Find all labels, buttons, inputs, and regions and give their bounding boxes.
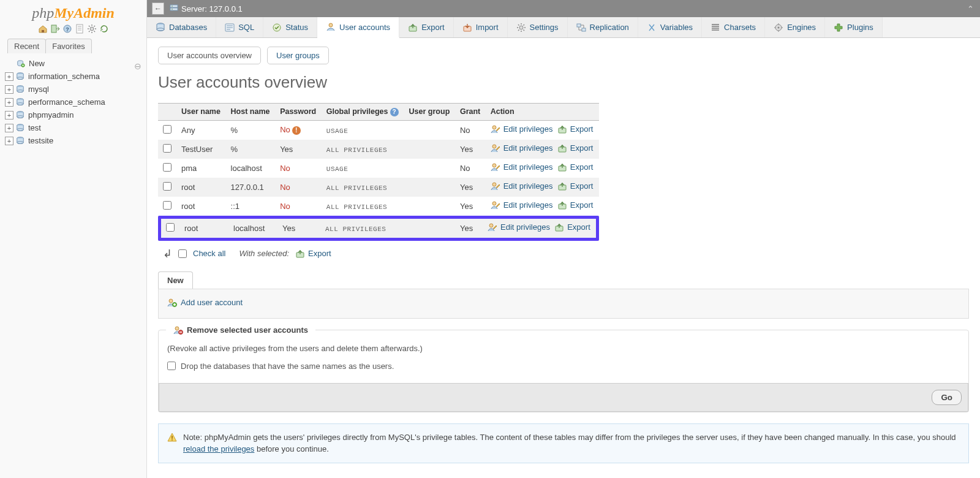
warning-icon bbox=[167, 433, 177, 442]
menu-databases[interactable]: Databases bbox=[147, 17, 216, 37]
menu-sql[interactable]: SQL bbox=[216, 17, 263, 37]
tree-db-item[interactable]: +performance_schema bbox=[5, 96, 141, 108]
collapse-icon[interactable]: ⊖ bbox=[134, 61, 141, 71]
user-edit-icon bbox=[488, 222, 497, 232]
tree-db-item[interactable]: +test bbox=[5, 121, 141, 134]
cell-action: Edit privileges Export bbox=[486, 178, 599, 197]
export-icon bbox=[554, 222, 564, 232]
menu-variables[interactable]: Variables bbox=[638, 17, 702, 37]
subtab-groups[interactable]: User groups bbox=[267, 47, 329, 64]
expand-icon[interactable]: + bbox=[5, 85, 13, 94]
export-user-link[interactable]: Export bbox=[557, 200, 594, 210]
cell-password: No bbox=[275, 178, 322, 197]
table-row: Any%No!USAGENoEdit privileges Export bbox=[158, 120, 599, 140]
edit-privileges-link[interactable]: Edit privileges bbox=[491, 143, 553, 153]
cell-password: No bbox=[275, 159, 322, 178]
cell-user: Any bbox=[176, 120, 226, 140]
cell-group bbox=[409, 219, 455, 238]
edit-privileges-link[interactable]: Edit privileges bbox=[491, 162, 553, 172]
menu-plugins[interactable]: Plugins bbox=[825, 17, 883, 37]
cell-group bbox=[404, 197, 455, 216]
export-user-link[interactable]: Export bbox=[557, 162, 594, 172]
home-icon[interactable] bbox=[38, 24, 48, 34]
export-user-link[interactable]: Export bbox=[557, 181, 594, 191]
export-user-link[interactable]: Export bbox=[554, 222, 590, 232]
logo[interactable]: phpMyAdmin bbox=[0, 2, 146, 21]
menu-user-accounts[interactable]: User accounts bbox=[317, 17, 399, 38]
expand-icon[interactable]: + bbox=[5, 111, 13, 120]
expand-icon[interactable]: + bbox=[5, 137, 13, 145]
export-user-link[interactable]: Export bbox=[557, 124, 594, 134]
recent-tab[interactable]: Recent bbox=[7, 39, 46, 53]
cell-grant: Yes bbox=[455, 197, 486, 216]
table-row: TestUser%YesALL PRIVILEGESYesEdit privil… bbox=[158, 140, 599, 159]
check-all-label[interactable]: Check all bbox=[193, 249, 225, 258]
row-checkbox[interactable] bbox=[163, 182, 172, 191]
drop-db-checkbox[interactable] bbox=[167, 362, 176, 370]
cell-action: Edit privileges Export bbox=[486, 140, 599, 159]
reload-icon[interactable] bbox=[99, 24, 109, 34]
expand-icon[interactable]: + bbox=[5, 124, 13, 132]
menu-export[interactable]: Export bbox=[399, 17, 454, 37]
tree-db-item[interactable]: +phpmyadmin bbox=[5, 108, 141, 121]
server-icon bbox=[169, 4, 179, 13]
cell-password: Yes bbox=[277, 219, 320, 238]
cell-grant: No bbox=[455, 159, 486, 178]
export-icon bbox=[408, 23, 418, 32]
db-tree: New +information_schema+mysql+performanc… bbox=[0, 53, 146, 147]
export-user-link[interactable]: Export bbox=[557, 143, 594, 153]
menu-replication[interactable]: Replication bbox=[568, 17, 638, 37]
row-checkbox[interactable] bbox=[166, 223, 175, 232]
export-icon bbox=[557, 124, 567, 134]
subtab-overview[interactable]: User accounts overview bbox=[158, 47, 261, 64]
new-tab-head: New bbox=[158, 271, 193, 289]
row-checkbox[interactable] bbox=[163, 125, 172, 134]
settings-icon[interactable] bbox=[87, 24, 97, 34]
warning-icon: ! bbox=[292, 126, 301, 135]
cell-group bbox=[404, 159, 455, 178]
exit-icon[interactable] bbox=[50, 24, 60, 34]
tree-new[interactable]: New bbox=[5, 57, 141, 70]
export-icon bbox=[295, 249, 305, 259]
help-icon[interactable] bbox=[62, 24, 72, 34]
drop-db-option[interactable]: Drop the databases that have the same na… bbox=[167, 362, 960, 371]
edit-privileges-link[interactable]: Edit privileges bbox=[491, 124, 553, 134]
breadcrumb-server-value: 127.0.0.1 bbox=[209, 4, 243, 13]
cell-host: localhost bbox=[228, 219, 277, 238]
row-checkbox[interactable] bbox=[163, 144, 172, 153]
menu-charsets[interactable]: Charsets bbox=[702, 17, 765, 37]
reload-privileges-link[interactable]: reload the privileges bbox=[183, 444, 254, 453]
with-selected-export[interactable]: Export bbox=[295, 249, 331, 259]
tree-db-item[interactable]: +testsite bbox=[5, 134, 141, 147]
docs-icon[interactable] bbox=[75, 24, 85, 34]
cell-host: % bbox=[226, 120, 276, 140]
expand-icon[interactable]: + bbox=[5, 98, 13, 107]
edit-privileges-link[interactable]: Edit privileges bbox=[491, 181, 553, 191]
row-checkbox[interactable] bbox=[163, 163, 172, 172]
cell-grant: Yes bbox=[455, 219, 483, 238]
menu-engines[interactable]: Engines bbox=[765, 17, 825, 37]
expand-icon[interactable]: + bbox=[5, 72, 13, 81]
user-delete-icon bbox=[173, 325, 183, 335]
edit-privileges-link[interactable]: Edit privileges bbox=[488, 222, 550, 232]
cell-action: Edit privileges Export bbox=[483, 219, 596, 238]
cell-user: pma bbox=[176, 159, 226, 178]
tree-db-item[interactable]: +information_schema bbox=[5, 70, 141, 83]
menu-import[interactable]: Import bbox=[454, 17, 508, 37]
collapse-top-icon[interactable]: ⌃ bbox=[967, 4, 974, 13]
check-all-checkbox[interactable] bbox=[178, 249, 187, 258]
menu-status[interactable]: Status bbox=[263, 17, 317, 37]
tree-db-item[interactable]: +mysql bbox=[5, 83, 141, 96]
menu-settings[interactable]: Settings bbox=[508, 17, 568, 37]
user-accounts-icon bbox=[326, 22, 336, 32]
go-button[interactable]: Go bbox=[932, 390, 962, 405]
favorites-tab[interactable]: Favorites bbox=[45, 39, 91, 53]
database-icon bbox=[15, 111, 25, 120]
help-icon[interactable]: ? bbox=[390, 108, 399, 116]
edit-privileges-link[interactable]: Edit privileges bbox=[491, 200, 553, 210]
add-user-link[interactable]: Add user account bbox=[167, 298, 243, 308]
back-button[interactable]: ← bbox=[152, 2, 164, 15]
row-checkbox[interactable] bbox=[163, 201, 172, 210]
col-group: User group bbox=[404, 104, 455, 121]
new-user-section: New Add user account bbox=[158, 271, 969, 319]
